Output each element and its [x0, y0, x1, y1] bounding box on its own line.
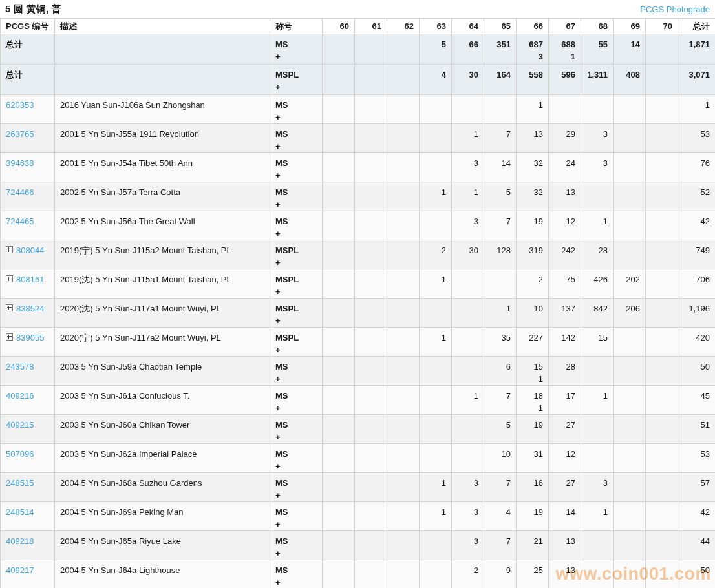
pcgs-number-link[interactable]: 243578 — [6, 362, 34, 372]
grade-cell-68: 1 — [581, 386, 614, 415]
pcgs-number-link[interactable]: 724466 — [6, 187, 34, 197]
table-row: 8080442019(宁) 5 Yn Sun-J115a2 Mount Tais… — [1, 240, 715, 269]
cell-value — [324, 38, 349, 50]
description-cell: 2020(宁) 5 Yn Sun-J117a2 Mount Wuyi, PL — [55, 328, 270, 357]
cell-plus-value — [647, 489, 672, 501]
cell-plus-value — [421, 460, 446, 472]
cell-value: 1 — [518, 99, 543, 111]
cell-value — [615, 244, 640, 257]
table-row: 2435782003 5 Yn Sun-J59a Chaotian Temple… — [1, 357, 715, 386]
description-cell: 2016 Yuan Sun-J106a Sun Zhongshan — [55, 95, 270, 124]
cell-value — [615, 419, 640, 431]
cell-value — [647, 477, 672, 489]
cell-plus-value — [615, 50, 640, 63]
expand-icon[interactable] — [6, 246, 13, 253]
cell-value: 242 — [550, 244, 575, 257]
cell-value — [356, 477, 381, 489]
cell-value: 1,311 — [582, 68, 608, 81]
cell-plus-value — [647, 518, 672, 530]
cell-value: 842 — [582, 302, 608, 315]
photograde-link[interactable]: PCGS Photograde — [640, 5, 710, 14]
grade-cell-63 — [420, 153, 452, 182]
grade-cell-64: 30 — [452, 240, 484, 269]
description-cell: 2002 5 Yn Sun-J57a Terra Cotta — [55, 182, 270, 211]
cell-plus-value — [518, 111, 543, 123]
description-cell: 2003 5 Yn Sun-J59a Chaotian Temple — [55, 357, 270, 386]
grade-cell-63: 1 — [420, 502, 452, 531]
table-row: 7244652002 5 Yn Sun-J56a The Great WallM… — [1, 211, 715, 240]
cell-value — [421, 390, 446, 402]
pcgs-number-link[interactable]: 248514 — [6, 507, 34, 517]
designation-cell: MS+ — [270, 531, 323, 560]
cell-plus-value — [324, 373, 349, 385]
cell-value: 13 — [518, 128, 543, 140]
grade-cell-66: 13 — [517, 124, 549, 153]
pcgs-number-link[interactable]: 808161 — [16, 275, 44, 284]
grade-cell-60 — [323, 357, 355, 386]
cell-plus-value — [421, 547, 446, 560]
pcgs-id-cell: 839055 — [1, 328, 55, 357]
expand-icon[interactable] — [6, 304, 13, 311]
cell-value: 5 — [421, 38, 446, 50]
cell-plus-value — [647, 81, 672, 93]
cell-value — [389, 99, 414, 111]
grade-cell-66: 16 — [517, 473, 549, 502]
column-header-pcgs-id: PCGS 编号 — [1, 19, 55, 34]
pcgs-number-link[interactable]: 724465 — [6, 216, 34, 226]
cell-value: MS — [275, 215, 319, 227]
grade-cell-60 — [323, 299, 355, 328]
grade-cell-69 — [614, 560, 646, 588]
cell-value — [453, 302, 478, 315]
id-line: 808161 — [6, 273, 52, 286]
cell-plus-value — [615, 460, 640, 472]
cell-plus-value — [550, 111, 575, 123]
cell-value — [647, 128, 672, 140]
pcgs-number-link[interactable]: 808044 — [16, 246, 44, 255]
table-row: 5070962003 5 Yn Sun-J62a Imperial Palace… — [1, 444, 715, 473]
pcgs-number-link[interactable]: 248515 — [6, 478, 34, 488]
row-total-cell: 52 — [678, 182, 715, 211]
cell-value — [615, 215, 640, 227]
grade-cell-70 — [646, 444, 678, 473]
coin-description: 2016 Yuan Sun-J106a Sun Zhongshan — [60, 99, 267, 111]
grade-cell-60 — [323, 444, 355, 473]
grade-cell-70 — [646, 182, 678, 211]
cell-plus-value — [356, 227, 381, 240]
pcgs-number-link[interactable]: 409217 — [6, 565, 34, 575]
cell-value — [615, 448, 640, 460]
pcgs-number-link[interactable]: 507096 — [6, 449, 34, 459]
cell-value: 7 — [486, 477, 511, 489]
cell-plus-value — [582, 402, 608, 414]
cell-value — [389, 215, 414, 227]
cell-plus-value: + — [275, 373, 319, 385]
grade-cell-69 — [614, 328, 646, 357]
expand-icon[interactable] — [6, 333, 13, 341]
cell-plus-value — [453, 81, 478, 93]
pcgs-number-link[interactable]: 838524 — [16, 304, 44, 313]
cell-value — [615, 390, 640, 402]
row-total: 44 — [679, 535, 710, 547]
cell-plus-value — [324, 576, 349, 588]
cell-value: 164 — [486, 68, 511, 81]
pcgs-number-link[interactable]: 263765 — [6, 129, 34, 139]
pcgs-number-link[interactable]: 620353 — [6, 100, 34, 110]
grade-cell-66: 227 — [517, 328, 549, 357]
grade-cell-62 — [387, 34, 420, 65]
cell-value: 14 — [615, 38, 640, 50]
cell-plus-value — [615, 518, 640, 530]
pcgs-number-link[interactable]: 409216 — [6, 391, 34, 401]
pcgs-number-link[interactable]: 409215 — [6, 420, 34, 430]
expand-icon[interactable] — [6, 275, 13, 282]
cell-plus-value — [550, 576, 575, 588]
pcgs-number-link[interactable]: 409218 — [6, 536, 34, 546]
pcgs-number-link[interactable]: 839055 — [16, 333, 44, 342]
designation-cell: MS+ — [270, 153, 323, 182]
pcgs-number-link[interactable]: 394638 — [6, 158, 34, 168]
designation-cell: MS+ — [270, 444, 323, 473]
cell-value: 10 — [486, 448, 511, 460]
cell-plus-value: + — [275, 111, 319, 123]
cell-value: MS — [275, 99, 319, 111]
grade-cell-69: 14 — [614, 34, 646, 65]
grade-cell-62 — [387, 415, 420, 444]
grade-cell-63: 1 — [420, 473, 452, 502]
